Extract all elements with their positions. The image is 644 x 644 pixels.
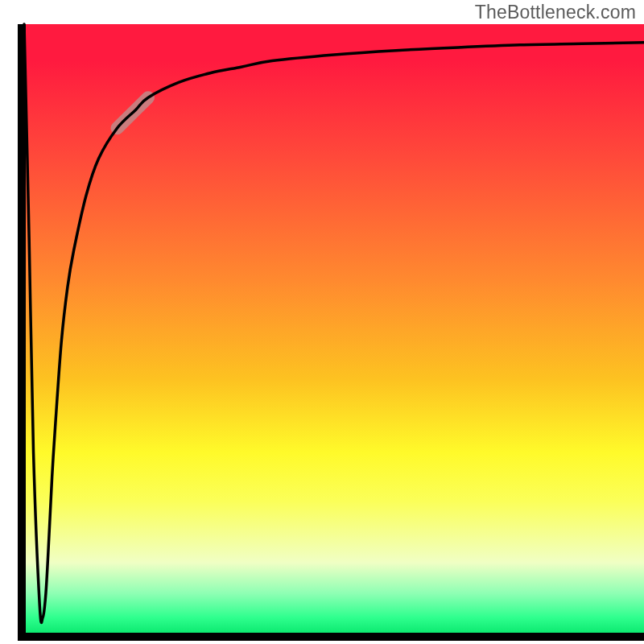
chart-container: TheBottleneck.com xyxy=(0,0,644,644)
bottleneck-curve xyxy=(24,24,644,622)
watermark-text: TheBottleneck.com xyxy=(475,2,636,23)
curve-layer xyxy=(24,24,644,636)
x-axis xyxy=(18,633,644,641)
plot-area xyxy=(24,24,644,636)
y-axis xyxy=(18,24,26,636)
